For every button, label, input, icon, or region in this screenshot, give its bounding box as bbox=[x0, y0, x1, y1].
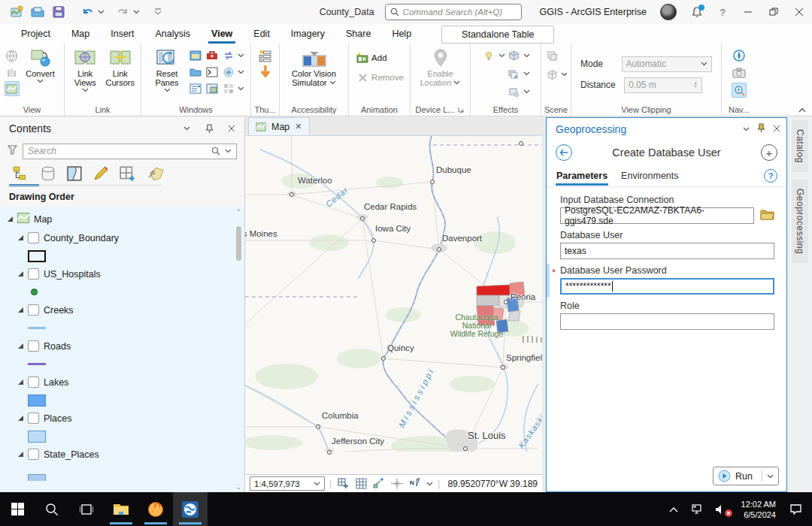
effects-row1a-dropdown-icon[interactable] bbox=[498, 53, 505, 58]
menu-tab-view[interactable]: View bbox=[201, 26, 243, 44]
filter-icon[interactable] bbox=[8, 145, 17, 157]
link-views-dropdown-icon[interactable] bbox=[82, 88, 89, 92]
layer-visibility-checkbox[interactable] bbox=[28, 449, 39, 460]
menu-tab-project[interactable]: Project bbox=[11, 26, 61, 44]
contextual-tab-standalone-table[interactable]: Standalone Table bbox=[441, 26, 554, 44]
map-canvas[interactable]: WaterlooDubuqueCedar RapidsIowa CityDes … bbox=[245, 136, 542, 474]
reset-panes-button[interactable]: Reset Panes bbox=[147, 47, 186, 92]
zoom-selection-icon[interactable] bbox=[732, 83, 747, 98]
minimize-button[interactable] bbox=[735, 0, 761, 24]
start-button[interactable] bbox=[0, 492, 35, 526]
restore-button[interactable] bbox=[761, 0, 786, 24]
windows-row1-dropdown-icon[interactable] bbox=[238, 53, 244, 58]
network-icon[interactable] bbox=[687, 492, 708, 526]
add-to-model-button[interactable]: + bbox=[761, 144, 777, 161]
list-by-editing-tab[interactable] bbox=[92, 165, 109, 184]
file-explorer-button[interactable] bbox=[104, 492, 138, 526]
expander-icon[interactable] bbox=[18, 452, 23, 457]
north-arrow-icon[interactable]: N bbox=[408, 477, 422, 491]
layer-visibility-checkbox[interactable] bbox=[28, 232, 39, 243]
color-vision-simulator-button[interactable]: Color VisionSimulator bbox=[283, 47, 344, 87]
dock-tab-geoprocessing[interactable]: Geoprocessing bbox=[792, 180, 808, 263]
layer-symbol-line-lightblue[interactable] bbox=[28, 327, 46, 329]
customize-quick-access-icon[interactable] bbox=[150, 4, 166, 20]
contents-search-input[interactable]: Search bbox=[23, 144, 237, 159]
field-input-input-database-connection[interactable]: PostgreSQL-EC2AMAZ-7BKTAA6-ggis479.sde bbox=[560, 207, 754, 224]
save-project-icon[interactable] bbox=[50, 4, 67, 20]
expander-icon[interactable] bbox=[18, 235, 23, 240]
layer-visibility-checkbox[interactable] bbox=[28, 340, 39, 352]
effects-row3-dropdown-icon[interactable] bbox=[523, 89, 530, 94]
link-cursors-button[interactable]: Link Cursors bbox=[104, 47, 138, 87]
back-button[interactable] bbox=[556, 144, 572, 161]
contents-close-icon[interactable] bbox=[225, 125, 238, 132]
effects-row2-dropdown-icon[interactable] bbox=[523, 71, 530, 76]
taskbar-clock[interactable]: 12:02 AM 6/5/2024 bbox=[735, 499, 782, 520]
field-input-database-user-password[interactable]: ************* bbox=[560, 278, 774, 295]
help-icon[interactable]: ? bbox=[764, 169, 777, 183]
crosshair-icon[interactable] bbox=[390, 477, 404, 491]
firefox-button[interactable] bbox=[138, 492, 173, 526]
layer-row-us-hospitals[interactable]: US_Hospitals bbox=[0, 265, 244, 283]
list-by-labeling-tab[interactable] bbox=[147, 165, 165, 184]
layer-symbol-line-purple[interactable] bbox=[28, 363, 46, 365]
layer-row-county-boundary[interactable]: County_Boundary bbox=[0, 228, 244, 247]
gp-tab-environments[interactable]: Environments bbox=[620, 166, 679, 186]
status-dropdown-icon[interactable] bbox=[426, 482, 433, 486]
reset-panes-dropdown-icon[interactable] bbox=[164, 88, 171, 92]
layer-symbol-hollow-rect[interactable] bbox=[28, 250, 46, 262]
close-button[interactable] bbox=[786, 0, 812, 24]
list-by-drawing-order-tab[interactable] bbox=[12, 165, 30, 184]
collapse-ribbon-icon[interactable] bbox=[798, 107, 806, 113]
menu-tab-imagery[interactable]: Imagery bbox=[280, 26, 335, 44]
list-by-icon[interactable] bbox=[188, 81, 203, 96]
scrollbar-thumb[interactable] bbox=[236, 226, 241, 261]
menu-tab-edit[interactable]: Edit bbox=[243, 26, 280, 44]
map-view-button[interactable] bbox=[5, 81, 20, 96]
link-views-button[interactable]: Link Views bbox=[68, 47, 102, 92]
device-dialog-launcher-icon[interactable] bbox=[457, 106, 465, 113]
new-project-icon[interactable] bbox=[8, 4, 25, 20]
convert-button[interactable]: Convert bbox=[21, 47, 60, 83]
layer-symbol-square-blue[interactable] bbox=[28, 394, 46, 407]
layer-row-places[interactable]: Places bbox=[0, 409, 244, 428]
list-by-snapping-tab[interactable] bbox=[119, 165, 137, 184]
overview-window-icon[interactable] bbox=[205, 81, 220, 96]
measure-icon[interactable] bbox=[372, 477, 386, 491]
undo-dropdown-icon[interactable] bbox=[98, 10, 105, 14]
task-view-button[interactable] bbox=[69, 492, 104, 526]
flicker-icon[interactable] bbox=[507, 84, 522, 99]
dock-tab-catalog[interactable]: Catalog bbox=[792, 120, 808, 172]
full-extent-icon[interactable] bbox=[732, 48, 747, 63]
menu-tab-share[interactable]: Share bbox=[335, 26, 381, 44]
help-button[interactable]: ? bbox=[710, 0, 735, 24]
expander-icon[interactable] bbox=[18, 343, 23, 349]
scene-tools-icon[interactable] bbox=[507, 48, 522, 63]
menu-tab-insert[interactable]: Insert bbox=[100, 26, 144, 44]
tray-expand-icon[interactable] bbox=[663, 492, 684, 526]
tasks-icon[interactable] bbox=[221, 65, 236, 80]
expander-icon[interactable] bbox=[8, 216, 13, 222]
layer-row-state-places[interactable]: State_Places bbox=[0, 445, 244, 464]
add-bookmark-icon[interactable] bbox=[336, 477, 350, 491]
contents-scrollbar[interactable]: ⌃⌄ bbox=[234, 208, 244, 491]
list-by-selection-tab[interactable] bbox=[66, 165, 83, 184]
action-center-icon[interactable] bbox=[785, 492, 806, 526]
notifications-bell-icon[interactable] bbox=[684, 0, 710, 24]
volume-muted-icon[interactable] bbox=[711, 492, 732, 526]
contents-search-dropdown-icon[interactable] bbox=[225, 149, 232, 153]
layer-symbol-square-lightblue[interactable] bbox=[28, 431, 46, 443]
swipe-layers-icon[interactable] bbox=[507, 66, 522, 81]
list-by-data-source-tab[interactable] bbox=[40, 165, 56, 184]
layer-visibility-checkbox[interactable] bbox=[28, 304, 39, 316]
exploratory-analysis-icon[interactable] bbox=[482, 48, 497, 63]
menu-tab-analysis[interactable]: Analysis bbox=[145, 26, 201, 44]
geoprocessing-pin-icon[interactable] bbox=[757, 123, 765, 135]
layer-row-map[interactable]: Map bbox=[0, 210, 244, 228]
color-vision-dropdown-icon[interactable] bbox=[329, 80, 336, 85]
download-thumbnail-icon[interactable] bbox=[258, 65, 273, 80]
contents-pane-icon[interactable] bbox=[188, 48, 203, 63]
expander-icon[interactable] bbox=[18, 271, 23, 277]
layer-visibility-checkbox[interactable] bbox=[28, 268, 39, 280]
animation-add-button[interactable]: Add bbox=[355, 50, 404, 65]
